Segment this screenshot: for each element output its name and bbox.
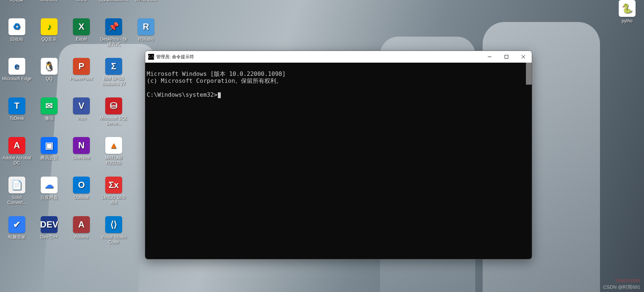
desktop-icon-label: pytho — [622, 18, 632, 23]
cmd-output-line: (c) Microsoft Corporation。保留所有权利。 — [147, 77, 282, 84]
desktop-icon[interactable]: ☁清风windows... — [98, 0, 130, 18]
c-edge-icon: e — [8, 58, 25, 75]
c-recycle-icon: ♻ — [8, 18, 25, 35]
desktop-icon-label: DeskPins - 快捷方式 — [99, 37, 129, 47]
c-rstudio-icon: R — [138, 18, 154, 35]
close-button[interactable] — [515, 51, 532, 63]
window-controls — [481, 51, 532, 63]
c-adobe-icon: A — [8, 137, 25, 154]
cmd-prompt: C:\Windows\system32> — [147, 91, 217, 98]
c-deskpins-icon: 📌 — [105, 18, 122, 35]
desktop-icon-label: Adobe Acrobat DC — [2, 155, 32, 166]
c-lingo-icon: Σx — [105, 177, 122, 193]
desktop-icon[interactable]: WWord — [65, 0, 98, 18]
c-qqmusic-icon: ♪ — [41, 18, 58, 35]
desktop-icon-label: Dev-C++ — [40, 234, 58, 240]
desktop-icon[interactable]: ♪QQ音乐 — [33, 18, 65, 57]
cmd-body[interactable]: Microsoft Windows [版本 10.0.22000.1098] (… — [145, 63, 532, 259]
c-solid-icon: 📄 — [8, 177, 25, 193]
desktop-icon[interactable]: OOutlook — [65, 176, 98, 215]
desktop-icon[interactable]: ⟨⟩Visual Studio Code — [98, 215, 130, 255]
desktop-icon[interactable]: AAdobe Acrobat DC — [1, 136, 33, 176]
minimize-button[interactable] — [481, 51, 498, 63]
desktop-icon-label: 腾讯会议 — [40, 155, 58, 160]
desktop-icon[interactable]: NOneNote — [65, 136, 98, 176]
desktop-icon[interactable]: VVisio — [65, 97, 98, 136]
desktop-icon-label: PowerPoint — [70, 76, 92, 81]
desktop-icon-label: 百度网盘 — [40, 195, 58, 200]
c-spss-icon: Σ — [105, 58, 122, 75]
desktop-icon-label: 回收站 — [10, 37, 23, 42]
desktop-icon[interactable]: ✉微信 — [33, 97, 65, 136]
desktop-top-row: 🖥此电脑b哔哩哔哩WWord☁清风windows...WWeka 3.8.6 — [0, 0, 162, 18]
window-title: 管理员: 命令提示符 — [156, 54, 194, 60]
desktop-icon-label: Word — [76, 0, 87, 2]
desktop-icon-label: 哔哩哔哩 — [40, 0, 58, 2]
titlebar[interactable]: C:\ 管理员: 命令提示符 — [145, 51, 532, 63]
desktop-icon-label: Visio — [77, 116, 86, 121]
desktop-icon-label: Microsoft Edge — [2, 76, 32, 81]
desktop-icon-label: Microsoft SQL Serve... — [99, 116, 129, 126]
desktop-icon-label: Access — [74, 234, 89, 240]
desktop-icon[interactable]: PPowerPoint — [65, 57, 98, 97]
maximize-button[interactable] — [498, 51, 515, 63]
desktop-icon-label: RStudio — [138, 37, 154, 42]
desktop-icon-label: 清风windows... — [99, 0, 128, 2]
desktop-icon[interactable]: ✔电脑管家 — [1, 215, 33, 255]
c-devcpp-icon: DEV — [41, 216, 58, 233]
desktop-icon[interactable]: ♻回收站 — [1, 18, 33, 57]
c-wechat-icon: ✉ — [41, 97, 58, 114]
watermark-csdn: CSDN @时雨691 — [603, 284, 640, 291]
desktop-icon-label: Outlook — [74, 195, 89, 200]
c-matlab-icon: ▲ — [105, 137, 122, 154]
desktop-icon[interactable]: 📄Solid Convert... — [1, 176, 33, 215]
desktop-icon[interactable]: ☁百度网盘 — [33, 176, 65, 215]
desktop-icon[interactable]: 🐧QQ — [33, 57, 65, 97]
desktop-icon-label: Weka 3.8.6 — [135, 0, 157, 2]
desktop-icon-label: MATLAB R2022b — [99, 155, 129, 166]
desktop-icon[interactable]: DEVDev-C++ — [33, 215, 65, 255]
desktop-icon[interactable]: ΣxLINGO 18.0 x64 — [98, 176, 130, 215]
c-sql-icon: ⛁ — [105, 97, 122, 114]
c-tencent-icon: ▣ — [41, 137, 58, 154]
desktop-icon[interactable]: WWeka 3.8.6 — [130, 0, 162, 18]
desktop-icon[interactable]: b哔哩哔哩 — [33, 0, 65, 18]
c-onenote-icon: N — [73, 137, 90, 154]
desktop-icon[interactable]: ▣腾讯会议 — [33, 136, 65, 176]
desktop-icon[interactable]: eMicrosoft Edge — [1, 57, 33, 97]
desktop-icon-label: 电脑管家 — [8, 234, 26, 240]
desktop-icon-label: 微信 — [45, 116, 54, 121]
c-qq-icon: 🐧 — [41, 58, 58, 75]
c-baidu-icon: ☁ — [41, 177, 58, 193]
desktop-icon-label: 此电脑 — [10, 0, 23, 2]
scrollbar-thumb[interactable] — [526, 63, 532, 85]
desktop-icon[interactable]: 🖥此电脑 — [1, 0, 33, 18]
python-icon: 🐍 — [619, 0, 636, 17]
cmd-window[interactable]: C:\ 管理员: 命令提示符 Microsoft Windows [版本 10.… — [145, 51, 532, 259]
desktop-icon[interactable]: ⛁Microsoft SQL Serve... — [98, 97, 130, 136]
desktop-icon[interactable]: ΣIBM SPSS Statistics 27 — [98, 57, 130, 97]
desktop-icon[interactable]: XExcel — [65, 18, 98, 57]
c-todesk-icon: T — [8, 97, 25, 114]
c-excel-icon: X — [73, 18, 90, 35]
desktop[interactable]: 🖥此电脑b哔哩哔哩WWord☁清风windows...WWeka 3.8.6 ♻… — [0, 0, 644, 292]
desktop-icon-label: Solid Convert... — [2, 195, 32, 205]
c-ppt-icon: P — [73, 58, 90, 75]
desktop-icon-label: Excel — [76, 37, 87, 42]
watermark-site: Yuucn.com — [615, 277, 640, 283]
desktop-icon-python[interactable]: 🐍 pytho — [611, 0, 643, 23]
c-guanjia-icon: ✔ — [8, 216, 25, 233]
desktop-icon-grid: ♻回收站♪QQ音乐XExcel📌DeskPins - 快捷方式RRStudioe… — [0, 18, 162, 255]
desktop-icon-label: ToDesk — [10, 116, 24, 121]
desktop-icon[interactable]: 📌DeskPins - 快捷方式 — [98, 18, 130, 57]
desktop-icon-label: IBM SPSS Statistics 27 — [99, 76, 129, 86]
desktop-icon[interactable]: AAccess — [65, 215, 98, 255]
cmd-app-icon: C:\ — [148, 54, 154, 60]
c-visio-icon: V — [73, 97, 90, 114]
desktop-icon[interactable]: ▲MATLAB R2022b — [98, 136, 130, 176]
desktop-icon-label: QQ — [46, 76, 53, 81]
svg-rect-0 — [505, 55, 508, 59]
cursor-icon — [218, 92, 221, 98]
c-access-icon: A — [73, 216, 90, 233]
desktop-icon[interactable]: TToDesk — [1, 97, 33, 136]
